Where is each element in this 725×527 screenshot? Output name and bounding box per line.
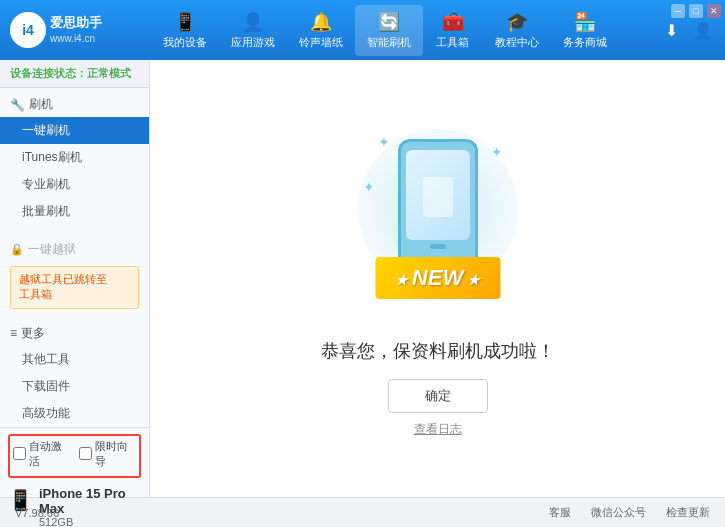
footer-link-service[interactable]: 客服 [549,505,571,520]
nav-tab-smart-flash[interactable]: 🔄 智能刷机 [355,5,423,56]
footer-link-update[interactable]: 检查更新 [666,505,710,520]
sidebar-jailbreak-disabled: 🔒 一键越狱 [0,237,149,262]
logo-icon: i4 [10,12,46,48]
main-container: 设备连接状态：正常模式 🔧 刷机 一键刷机 iTunes刷机 专业刷机 批量刷机 [0,60,725,497]
header-right: ⬇ 👤 [659,18,715,42]
timing-guide-checkbox[interactable]: 限时向导 [79,439,137,469]
view-log-link[interactable]: 查看日志 [414,421,462,438]
sidebar-status: 设备连接状态：正常模式 [0,60,149,88]
sidebar-item-batch-flash[interactable]: 批量刷机 [0,198,149,225]
nav-tab-app-game[interactable]: 👤 应用游戏 [219,5,287,56]
sparkle-1: ✦ [378,134,390,150]
version-label: V7.98.66 [15,507,59,519]
sidebar-item-download-firmware[interactable]: 下载固件 [0,373,149,400]
logo-area: i4 爱思助手 www.i4.cn [10,12,120,48]
logo-text: 爱思助手 www.i4.cn [50,15,102,45]
sidebar-item-pro-flash[interactable]: 专业刷机 [0,171,149,198]
timing-guide-input[interactable] [79,447,92,460]
account-button[interactable]: 👤 [691,18,715,42]
ringtone-icon: 🔔 [310,11,332,33]
nav-tab-service[interactable]: 🏪 务务商城 [551,5,619,56]
sidebar-item-other-tools[interactable]: 其他工具 [0,346,149,373]
sparkle-3: ✦ [363,179,375,195]
tutorial-icon: 🎓 [506,11,528,33]
download-button[interactable]: ⬇ [659,18,683,42]
minimize-button[interactable]: ─ [671,4,685,18]
sidebar-more-header: ≡ 更多 [0,321,149,346]
new-ribbon: NEW [375,257,500,299]
sidebar-item-one-key-flash[interactable]: 一键刷机 [0,117,149,144]
device-item: 📱 iPhone 15 Pro Max 512GB iPhone [8,482,141,527]
maximize-button[interactable]: □ [689,4,703,18]
header: ─ □ ✕ i4 爱思助手 www.i4.cn 📱 我的设备 👤 应用游戏 [0,0,725,60]
sidebar-item-advanced[interactable]: 高级功能 [0,400,149,427]
nav-tab-ringtone[interactable]: 🔔 铃声墙纸 [287,5,355,56]
lock-icon: 🔒 [10,243,24,256]
close-button[interactable]: ✕ [707,4,721,18]
service-icon: 🏪 [574,11,596,33]
phone-button [430,244,446,249]
sidebar-flash-section: 🔧 刷机 一键刷机 iTunes刷机 专业刷机 批量刷机 [0,88,149,229]
auto-activate-input[interactable] [13,447,26,460]
sidebar: 设备连接状态：正常模式 🔧 刷机 一键刷机 iTunes刷机 专业刷机 批量刷机 [0,60,150,497]
success-message: 恭喜您，保资料刷机成功啦！ [321,339,555,363]
window-controls: ─ □ ✕ [671,4,721,18]
nav-tab-toolbox[interactable]: 🧰 工具箱 [423,5,483,56]
auto-controls: 自动激活 限时向导 [13,439,136,469]
app-game-icon: 👤 [242,11,264,33]
confirm-button[interactable]: 确定 [388,379,488,413]
phone-screen [406,150,470,240]
phone-illustration [398,139,478,269]
more-section-icon: ≡ [10,326,17,340]
nav-tab-tutorial[interactable]: 🎓 教程中心 [483,5,551,56]
my-device-icon: 📱 [174,11,196,33]
success-illustration: ✦ ✦ ✦ NEW [348,119,528,319]
smart-flash-icon: 🔄 [378,11,400,33]
footer-link-wechat[interactable]: 微信公众号 [591,505,646,520]
content-area: ✦ ✦ ✦ NEW 恭喜您，保资料刷机成功啦！ 确定 查看日志 [150,60,725,497]
toolbox-icon: 🧰 [442,11,464,33]
sidebar-flash-header: 🔧 刷机 [0,92,149,117]
flash-section-icon: 🔧 [10,98,25,112]
auto-activate-checkbox[interactable]: 自动激活 [13,439,71,469]
auto-controls-box: 自动激活 限时向导 [8,434,141,478]
sidebar-jailbreak-notice: 越狱工具已跳转至工具箱 [10,266,139,309]
sidebar-item-itunes-flash[interactable]: iTunes刷机 [0,144,149,171]
nav-tabs: 📱 我的设备 👤 应用游戏 🔔 铃声墙纸 🔄 智能刷机 🧰 工具箱 🎓 [120,5,649,56]
sparkle-2: ✦ [491,144,503,160]
nav-tab-my-device[interactable]: 📱 我的设备 [151,5,219,56]
